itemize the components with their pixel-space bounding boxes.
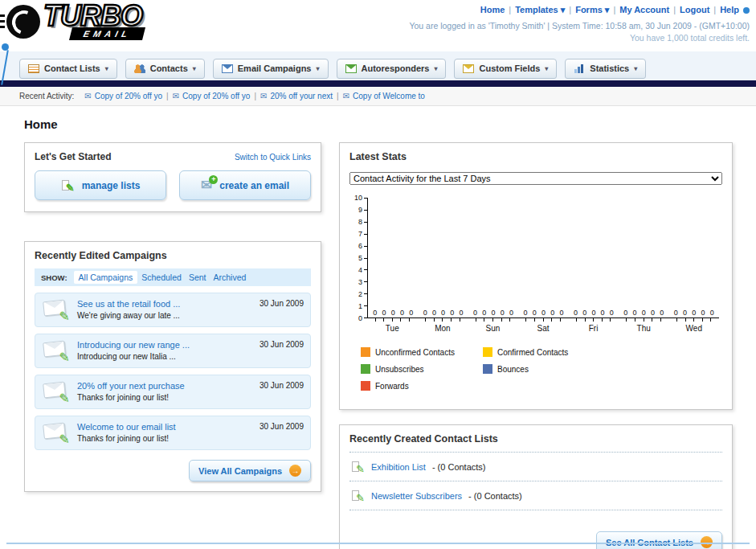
x-axis-tick [509, 318, 510, 322]
envelope-icon: ✉ [84, 92, 91, 100]
view-all-campaigns-label: View All Campaigns [198, 466, 282, 476]
x-axis-tick [676, 318, 677, 322]
recent-activity-link[interactable]: Copy of 20% off yo [182, 92, 250, 100]
recent-activity-item[interactable]: ✉Copy of 20% off yo [173, 92, 251, 100]
contact-list-count: - (0 Contacts) [432, 462, 486, 472]
campaign-date: 30 Jun 2009 [259, 299, 304, 308]
legend-swatch [361, 381, 370, 391]
top-link-home[interactable]: Home [480, 5, 505, 14]
chevron-down-icon: ▾ [316, 65, 319, 72]
view-all-campaigns-button[interactable]: View All Campaigns → [189, 460, 311, 481]
nav-tab-email-campaigns[interactable]: Email Campaigns▾ [213, 59, 329, 79]
bar-value-label: 0 [692, 309, 696, 317]
bar-value-label: 0 [550, 309, 554, 317]
recent-activity-item[interactable]: ✉Copy of 20% off yo [84, 92, 162, 100]
contact-list-link[interactable]: Newsletter Subscribers [371, 491, 462, 501]
legend-item: Forwards [361, 381, 483, 391]
recent-activity-item[interactable]: ✉Copy of Welcome to [343, 92, 425, 100]
auto-icon [345, 64, 357, 73]
filter-scheduled[interactable]: Scheduled [141, 272, 182, 282]
campaign-list: ✎See us at the retail food ...We're givi… [35, 293, 311, 450]
campaign-title-link[interactable]: 20% off your next purchase [77, 381, 253, 391]
recent-activity-link[interactable]: 20% off your next [270, 92, 333, 100]
envelope-icon: ✉ [343, 92, 349, 100]
contact-list-item[interactable]: ✎Exhibition List- (0 Contacts) [349, 453, 722, 481]
bar-value-label: 0 [492, 309, 496, 317]
campaign-title-link[interactable]: Introducing our new range ... [77, 340, 253, 350]
x-axis-tick [644, 318, 644, 322]
manage-lists-button[interactable]: ✎manage lists [35, 170, 166, 200]
switch-quick-links-link[interactable]: Switch to Quick Links [235, 153, 311, 162]
bar-value-label: 0 [460, 309, 464, 317]
campaign-item[interactable]: ✎Welcome to our email listThanks for joi… [35, 416, 311, 450]
contact-lists-panel: Recently Created Contact Lists ✎Exhibiti… [339, 424, 733, 549]
separator: | [613, 5, 615, 14]
campaign-title-link[interactable]: See us at the retail food ... [77, 299, 253, 309]
bar-value-label: 0 [623, 309, 627, 317]
nav-tab-label: Statistics [590, 64, 629, 73]
stats-icon [574, 64, 585, 73]
filter-all-campaigns[interactable]: All Campaigns [74, 271, 138, 284]
contact-lists-title: Recently Created Contact Lists [349, 433, 722, 445]
y-axis-tick [364, 210, 368, 211]
x-axis-label: Sun [468, 324, 518, 333]
legend-item: Bounces [483, 364, 605, 374]
campaign-subtitle: We're giving away our late ... [77, 311, 253, 320]
separator: | [254, 92, 256, 100]
stats-filter-select[interactable]: Contact Activity for the Last 7 Days [349, 172, 722, 185]
campaign-subtitle: Introducing our new Italia ... [77, 352, 253, 361]
campaigns-panel: Recently Edited Campaigns SHOW: All Camp… [24, 241, 321, 492]
campaign-item[interactable]: ✎20% off your next purchaseThanks for jo… [35, 375, 311, 409]
y-axis-tick [364, 222, 368, 223]
nav-tab-contacts[interactable]: Contacts▾ [125, 59, 205, 79]
campaign-date: 30 Jun 2009 [259, 340, 304, 349]
filter-sent[interactable]: Sent [189, 272, 206, 282]
campaign-title-link[interactable]: Welcome to our email list [77, 422, 253, 432]
filter-archived[interactable]: Archived [213, 272, 246, 282]
legend-swatch [483, 347, 492, 357]
see-all-contact-lists-button[interactable]: See All Contact Lists → [596, 531, 722, 549]
bar-value-label: 0 [391, 309, 395, 317]
legend-item: Unconfirmed Contacts [361, 347, 483, 357]
chevron-down-icon: ▾ [545, 65, 548, 72]
top-link-templates[interactable]: Templates ▾ [515, 5, 565, 14]
legend-item: Confirmed Contacts [483, 347, 605, 357]
top-link-help[interactable]: Help [720, 5, 739, 14]
x-axis-tick [710, 318, 711, 322]
x-axis-tick [492, 318, 493, 322]
separator: | [569, 5, 571, 14]
bar-group: 00000 [518, 309, 568, 317]
bar-value-label: 0 [710, 309, 714, 317]
y-axis-tick-label: 2 [358, 290, 362, 298]
contact-list-item[interactable]: ✎Newsletter Subscribers- (0 Contacts) [349, 481, 722, 510]
top-link-my-account[interactable]: My Account [619, 5, 669, 14]
separator: | [337, 92, 339, 100]
bar-value-label: 0 [651, 309, 655, 317]
arrow-right-icon: → [289, 465, 301, 477]
x-axis-tick [560, 318, 561, 322]
contact-activity-chart: 109876543210 000000000000000000000000000… [349, 198, 722, 333]
recent-activity-link[interactable]: Copy of Welcome to [353, 92, 425, 100]
nav-tab-label: Contacts [150, 64, 188, 73]
page-pencil-icon: ✎ [351, 460, 365, 473]
recent-activity-item[interactable]: ✉20% off your next [260, 92, 333, 100]
recent-activity-link[interactable]: Copy of 20% off yo [95, 92, 162, 100]
get-started-panel: Let's Get Started Switch to Quick Links … [24, 142, 321, 212]
top-link-logout[interactable]: Logout [680, 5, 709, 14]
legend-label: Unsubscribes [375, 365, 424, 374]
campaign-item[interactable]: ✎See us at the retail food ...We're givi… [35, 293, 311, 327]
y-axis-tick-label: 10 [354, 194, 362, 202]
x-axis-tick [585, 318, 586, 322]
bar-value-label: 0 [591, 309, 595, 317]
nav-tab-statistics[interactable]: Statistics▾ [565, 59, 646, 79]
create-an-email-button[interactable]: ✉+create an email [179, 170, 311, 200]
nav-tab-custom-fields[interactable]: Custom Fields▾ [454, 59, 557, 79]
contact-list-link[interactable]: Exhibition List [371, 462, 426, 472]
top-link-forms[interactable]: Forms ▾ [575, 5, 609, 14]
bar-group: 00000 [468, 309, 518, 317]
campaign-item[interactable]: ✎Introducing our new range ...Introducin… [35, 334, 311, 368]
nav-tab-autoresponders[interactable]: Autoresponders▾ [337, 59, 447, 79]
nav-tab-contact-lists[interactable]: Contact Lists▾ [19, 59, 117, 79]
x-axis-tick [409, 318, 410, 322]
campaign-subtitle: Thanks for joining our list! [77, 434, 253, 443]
